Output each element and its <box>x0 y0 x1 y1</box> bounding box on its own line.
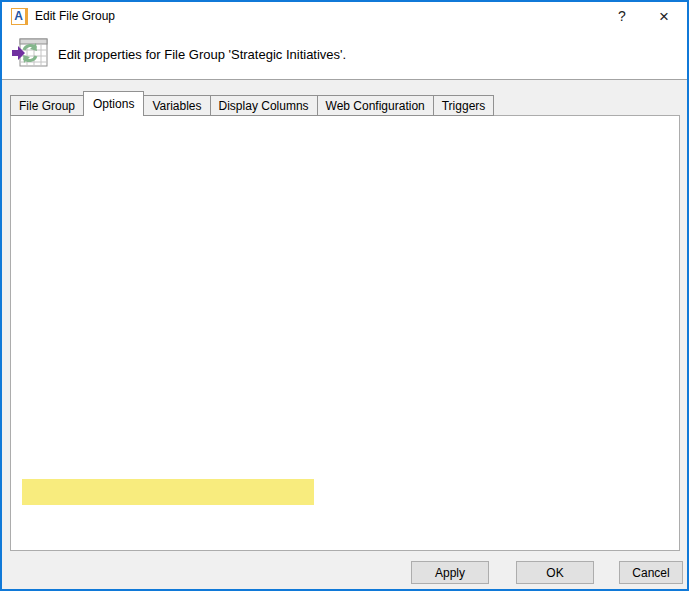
tab-variables[interactable]: Variables <box>143 95 210 116</box>
tab-triggers[interactable]: Triggers <box>433 95 495 116</box>
app-icon: A <box>11 8 28 25</box>
help-button[interactable]: ? <box>607 2 637 31</box>
tab-strip: File Group Options Variables Display Col… <box>10 91 493 116</box>
cancel-button[interactable]: Cancel <box>619 561 683 584</box>
tab-file-group[interactable]: File Group <box>10 95 84 116</box>
apply-button[interactable]: Apply <box>411 561 489 584</box>
options-tab-panel <box>10 115 680 551</box>
file-group-edit-icon <box>11 37 49 75</box>
header-separator <box>2 79 687 80</box>
dialog-header: Edit properties for File Group 'Strategi… <box>2 31 687 79</box>
tab-options[interactable]: Options <box>83 91 144 116</box>
tab-web-configuration[interactable]: Web Configuration <box>317 95 434 116</box>
tab-display-columns[interactable]: Display Columns <box>210 95 318 116</box>
title-bar: A Edit File Group ? × <box>2 2 687 31</box>
edit-file-group-dialog: A Edit File Group ? × Edit proper <box>0 0 689 591</box>
ok-button[interactable]: OK <box>516 561 594 584</box>
window-title: Edit File Group <box>35 2 115 31</box>
close-icon[interactable]: × <box>649 2 679 31</box>
dialog-description: Edit properties for File Group 'Strategi… <box>58 31 346 79</box>
